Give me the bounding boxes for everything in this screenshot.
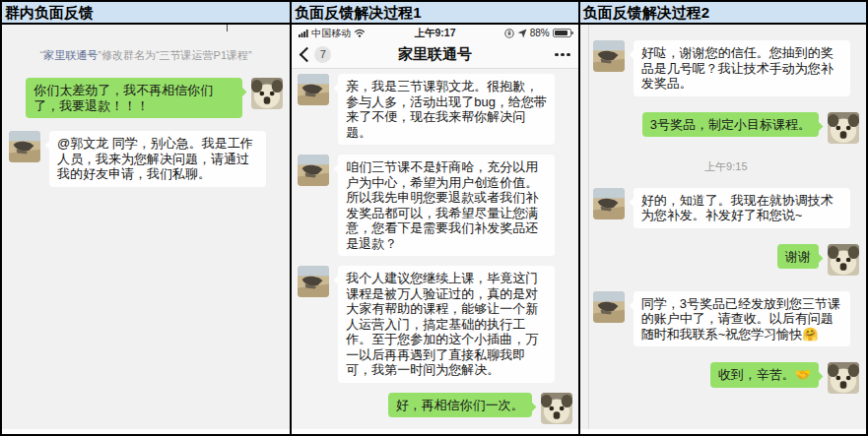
message-row: 好哒，谢谢您的信任。您抽到的奖品是几号呢？我让技术手动为您补发奖品。 [593, 40, 859, 96]
wifi-icon [354, 29, 366, 37]
nav-more-group [519, 53, 570, 57]
staff-avatar[interactable] [593, 188, 625, 219]
user-dog-avatar[interactable] [251, 78, 283, 109]
chat-bubble-incoming: 我个人建议您继续上课，毕竟这门课程是被万人验证过的，真的是对大家有帮助的课程，能… [338, 266, 555, 383]
status-left: 中国移动 [299, 27, 414, 40]
system-message: “家里联通号”修改群名为“三节课运营P1课程” [9, 48, 283, 63]
chat-bubble-incoming: 亲，我是三节课郭文龙。很抱歉，参与人多，活动出现了bug，给您带来了不便，现在我… [338, 74, 555, 145]
message-row: 同学，3号奖品已经发放到您三节课的账户中了，请查收。以后有问题随时和我联系~祝您… [593, 291, 859, 347]
group-rename-actor-link[interactable]: 家里联通号 [43, 49, 98, 61]
chat-bubble-outgoing: 好，再相信你们一次。 [388, 393, 532, 418]
message-row: 咱们三节课不是奸商哈，充分以用户为中心，希望为用户创造价值。所以我先申明您要退款… [298, 155, 571, 256]
message-row: @郭文龙 同学，别心急。我是工作人员，我来为您解决问题，请通过我的好友申请，我们… [9, 131, 283, 187]
user-dog-avatar[interactable] [828, 362, 859, 394]
user-dog-avatar[interactable] [828, 244, 859, 276]
column-resolution-2: 负面反馈解决过程2 好哒，谢谢您的信任。您抽到的奖品是几号呢？我让技术手动为您补… [578, 2, 866, 434]
group-rename-text: ”修改群名为“三节课运营P1课程” [98, 49, 251, 61]
chat-bubble-incoming: 同学，3号奖品已经发放到您三节课的账户中了，请查收。以后有问题随时和我联系~祝您… [634, 291, 850, 347]
chat-bubble-outgoing: 收到，辛苦。🤝 [710, 362, 819, 388]
signal-bars-icon [299, 29, 308, 37]
chat-scroll-area[interactable]: 亲，我是三节课郭文龙。很抱歉，参与人多，活动出现了bug，给您带来了不便，现在我… [292, 69, 577, 434]
ios-status-bar: 中国移动 上午9:17 88% [292, 25, 577, 41]
chat-nav-bar: 7 家里联通号 [292, 41, 577, 69]
user-dog-avatar[interactable] [828, 112, 859, 144]
chat-bubble-incoming: 咱们三节课不是奸商哈，充分以用户为中心，希望为用户创造价值。所以我先申明您要退款… [338, 155, 555, 256]
column-resolution-1: 负面反馈解决过程1 中国移动 上午9:17 88% [290, 2, 577, 434]
message-row: 好，再相信你们一次。 [298, 393, 571, 424]
message-row: 收到，辛苦。🤝 [593, 362, 859, 394]
nav-back-group[interactable]: 7 [300, 46, 351, 63]
message-row: 好的，知道了。我现在就协调技术为您补发。补发好了和您说~ [593, 188, 859, 228]
chat-bubble-incoming: @郭文龙 同学，别心急。我是工作人员，我来为您解决问题，请通过我的好友申请，我们… [49, 131, 266, 187]
message-row: 谢谢 [593, 244, 859, 276]
staff-avatar[interactable] [593, 291, 625, 323]
chevron-left-icon[interactable] [300, 47, 315, 63]
spreadsheet-grid: 群内负面反馈 “家里联通号”修改群名为“三节课运营P1课程” 你们太差劲了，我不… [0, 0, 868, 436]
screenshot-edge-line [588, 25, 589, 434]
column-header-resolution-2: 负面反馈解决过程2 [580, 2, 866, 25]
staff-avatar[interactable] [593, 40, 625, 72]
battery-icon [553, 29, 571, 37]
message-row: 我个人建议您继续上课，毕竟这门课程是被万人验证过的，真的是对大家有帮助的课程，能… [298, 266, 571, 383]
status-right: 88% [456, 28, 571, 38]
chat-bubble-incoming: 好的，知道了。我现在就协调技术为您补发。补发好了和您说~ [634, 188, 850, 228]
message-row: 3号奖品，制定小目标课程。 [593, 112, 859, 144]
private-chat-screenshot-1: 中国移动 上午9:17 88% 7 [292, 25, 577, 434]
staff-avatar[interactable] [298, 266, 329, 297]
phone-top-bars: 中国移动 上午9:17 88% 7 [292, 25, 577, 69]
column-header-resolution-1: 负面反馈解决过程1 [292, 2, 577, 25]
unread-count-badge[interactable]: 7 [314, 46, 331, 63]
message-row: 亲，我是三节课郭文龙。很抱歉，参与人多，活动出现了bug，给您带来了不便，现在我… [298, 74, 571, 145]
column-group-feedback: 群内负面反馈 “家里联通号”修改群名为“三节课运营P1课程” 你们太差劲了，我不… [2, 2, 290, 434]
chat-title: 家里联通号 [351, 45, 518, 64]
group-chat-screenshot: “家里联通号”修改群名为“三节课运营P1课程” 你们太差劲了，我不再相信你们了，… [2, 25, 290, 434]
private-chat-screenshot-2: 好哒，谢谢您的信任。您抽到的奖品是几号呢？我让技术手动为您补发奖品。 3号奖品，… [580, 25, 866, 434]
battery-percent: 88% [530, 28, 550, 38]
chat-timestamp: 上午9:15 [593, 159, 859, 174]
staff-avatar[interactable] [298, 74, 329, 105]
chat-bubble-outgoing: 谢谢 [777, 244, 819, 270]
staff-avatar[interactable] [298, 155, 329, 186]
message-row: 你们太差劲了，我不再相信你们了，我要退款！！！ [9, 78, 283, 118]
status-time: 上午9:17 [414, 27, 455, 40]
cell-bottom-margin [580, 429, 866, 434]
cell-bottom-margin [292, 429, 577, 434]
user-dog-avatar[interactable] [541, 393, 572, 424]
ellipsis-icon[interactable] [555, 53, 570, 57]
table-gridline [227, 25, 228, 31]
chat-bubble-outgoing: 3号奖品，制定小目标课程。 [642, 112, 819, 138]
carrier-label: 中国移动 [311, 27, 351, 40]
chat-bubble-incoming: 好哒，谢谢您的信任。您抽到的奖品是几号呢？我让技术手动为您补发奖品。 [634, 40, 850, 96]
staff-avatar[interactable] [9, 131, 40, 162]
cell-bottom-margin [2, 429, 290, 434]
chat-bubble-outgoing: 你们太差劲了，我不再相信你们了，我要退款！！！ [26, 78, 242, 118]
column-header-group-feedback: 群内负面反馈 [2, 2, 290, 25]
orientation-lock-icon [504, 29, 514, 38]
location-arrow-icon [517, 29, 527, 38]
